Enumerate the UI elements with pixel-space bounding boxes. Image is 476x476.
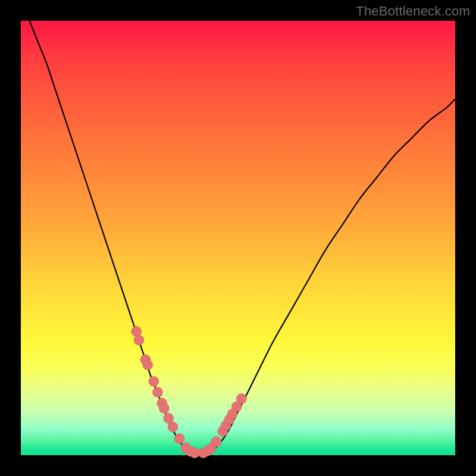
marker-dot [168,422,178,432]
chart-svg [0,0,476,476]
marker-dot [236,394,246,404]
marker-dot [143,360,153,370]
bottleneck-curve-path [30,21,455,453]
marker-dot [211,437,221,447]
bottleneck-curve [30,21,455,453]
marker-dot [149,376,159,386]
marker-dot [174,434,184,444]
marker-dot [134,335,144,345]
marker-dot [152,387,162,397]
marker-dot [159,403,169,414]
marker-dots [131,326,247,458]
